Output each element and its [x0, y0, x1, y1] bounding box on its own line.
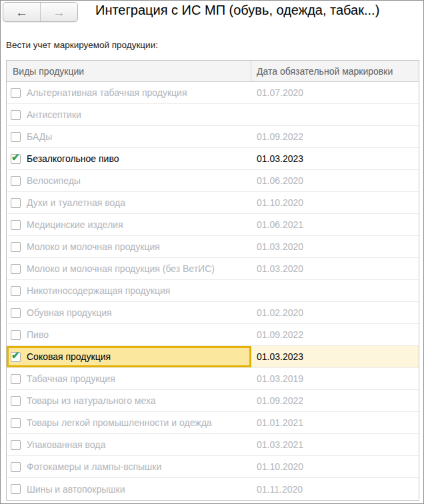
- checkmark-icon: ✔: [11, 350, 20, 360]
- product-checkbox[interactable]: [11, 176, 21, 186]
- product-cell: Медицинские изделия: [7, 214, 251, 235]
- product-name: Упакованная вода: [27, 439, 105, 450]
- table-row[interactable]: Пиво 01.09.2022: [7, 324, 419, 346]
- product-checkbox[interactable]: [11, 308, 21, 318]
- product-name: Антисептики: [27, 109, 81, 120]
- product-checkbox[interactable]: [11, 242, 21, 252]
- product-checkbox[interactable]: [11, 484, 21, 494]
- product-cell: Упакованная вода: [7, 434, 251, 455]
- table-row[interactable]: Антисептики: [7, 104, 419, 126]
- product-checkbox[interactable]: [11, 132, 21, 142]
- product-name: Медицинские изделия: [27, 219, 123, 230]
- product-name: Товары легкой промышленности и одежда: [27, 417, 212, 428]
- product-checkbox[interactable]: ✔: [11, 154, 21, 164]
- product-cell: Товары из натурального меха: [7, 390, 251, 411]
- product-cell: Антисептики: [7, 104, 251, 125]
- navigation-buttons: ← →: [3, 2, 78, 22]
- marking-date: 01.03.2019: [251, 368, 419, 389]
- product-name: Пиво: [27, 329, 49, 340]
- table-row[interactable]: Табачная продукция 01.03.2019: [7, 368, 419, 390]
- back-button[interactable]: ←: [3, 3, 41, 21]
- marking-date: 01.10.2020: [251, 192, 419, 213]
- product-checkbox[interactable]: [11, 374, 21, 384]
- forward-button[interactable]: →: [41, 3, 77, 21]
- table-row[interactable]: Шины и автопокрышки 01.11.2020: [7, 478, 419, 500]
- marking-date: 01.06.2020: [251, 170, 419, 191]
- product-name: Велосипеды: [27, 175, 81, 186]
- product-name: БАДы: [27, 131, 52, 142]
- product-cell: ✔ Безалкогольное пиво: [7, 148, 251, 169]
- product-checkbox[interactable]: [11, 220, 21, 230]
- table-row[interactable]: Духи и туалетная вода 01.10.2020: [7, 192, 419, 214]
- table-row[interactable]: Обувная продукция 01.02.2020: [7, 302, 419, 324]
- table-row[interactable]: Упакованная вода 01.03.2021: [7, 434, 419, 456]
- products-table: Виды продукции Дата обязательной маркиро…: [6, 60, 419, 501]
- marking-date: 01.03.2020: [251, 258, 419, 279]
- product-checkbox[interactable]: [11, 198, 21, 208]
- marking-date: 01.03.2021: [251, 434, 419, 455]
- product-cell: Товары легкой промышленности и одежда: [7, 412, 251, 433]
- table-header: Виды продукции Дата обязательной маркиро…: [7, 61, 419, 82]
- product-name: Табачная продукция: [27, 373, 115, 384]
- table-row[interactable]: Молоко и молочная продукция (без ВетИС) …: [7, 258, 419, 280]
- product-cell: Альтернативная табачная продукция: [7, 82, 251, 103]
- product-name: Никотиносодержащая продукция: [27, 285, 170, 296]
- marking-date: [251, 280, 419, 301]
- product-name: Молоко и молочная продукция: [27, 241, 160, 252]
- product-checkbox[interactable]: [11, 88, 21, 98]
- product-cell: БАДы: [7, 126, 251, 147]
- product-checkbox[interactable]: [11, 396, 21, 406]
- table-row[interactable]: Никотиносодержащая продукция: [7, 280, 419, 302]
- marking-date: 01.09.2022: [251, 126, 419, 147]
- table-row[interactable]: Медицинские изделия 01.06.2021: [7, 214, 419, 236]
- marking-date: 01.07.2020: [251, 82, 419, 103]
- product-checkbox[interactable]: [11, 110, 21, 120]
- product-cell: Велосипеды: [7, 170, 251, 191]
- intro-label: Вести учет маркируемой продукции:: [6, 40, 158, 50]
- table-row[interactable]: ✔ Соковая продукция 01.03.2023: [7, 346, 419, 368]
- product-checkbox[interactable]: ✔: [11, 352, 21, 362]
- product-checkbox[interactable]: [11, 286, 21, 296]
- marking-date: 01.03.2020: [251, 236, 419, 257]
- marking-date: 01.03.2023: [251, 346, 419, 367]
- table-row[interactable]: ✔ Безалкогольное пиво 01.03.2023: [7, 148, 419, 170]
- marking-date: 01.06.2021: [251, 214, 419, 235]
- product-cell: Пиво: [7, 324, 251, 345]
- product-name: Альтернативная табачная продукция: [27, 87, 187, 98]
- settings-window: ← → Интеграция с ИС МП (обувь, одежда, т…: [0, 0, 424, 504]
- table-row[interactable]: Молоко и молочная продукция 01.03.2020: [7, 236, 419, 258]
- marking-date: 01.10.2020: [251, 456, 419, 477]
- product-name: Шины и автопокрышки: [27, 484, 125, 495]
- product-name: Соковая продукция: [27, 351, 111, 362]
- table-row[interactable]: Фотокамеры и лампы-вспышки 01.10.2020: [7, 456, 419, 478]
- product-cell: ✔ Соковая продукция: [7, 346, 251, 367]
- product-checkbox[interactable]: [11, 330, 21, 340]
- product-name: Обувная продукция: [27, 307, 112, 318]
- product-checkbox[interactable]: [11, 462, 21, 472]
- table-row[interactable]: Товары из натурального меха 01.09.2022: [7, 390, 419, 412]
- marking-date: 01.01.2021: [251, 412, 419, 433]
- back-arrow-icon: ←: [15, 6, 28, 19]
- table-row[interactable]: Велосипеды 01.06.2020: [7, 170, 419, 192]
- table-row[interactable]: Товары легкой промышленности и одежда 01…: [7, 412, 419, 434]
- product-name: Фотокамеры и лампы-вспышки: [27, 461, 161, 472]
- table-row[interactable]: Альтернативная табачная продукция 01.07.…: [7, 82, 419, 104]
- product-checkbox[interactable]: [11, 418, 21, 428]
- table-row[interactable]: БАДы 01.09.2022: [7, 126, 419, 148]
- marking-date: 01.03.2023: [251, 148, 419, 169]
- column-header-product-types: Виды продукции: [7, 61, 251, 81]
- marking-date: 01.09.2022: [251, 324, 419, 345]
- forward-arrow-icon: →: [53, 6, 65, 19]
- product-name: Духи и туалетная вода: [27, 197, 125, 208]
- product-cell: Духи и туалетная вода: [7, 192, 251, 213]
- product-name: Молоко и молочная продукция (без ВетИС): [27, 263, 215, 274]
- marking-date: 01.09.2022: [251, 390, 419, 411]
- table-body: Альтернативная табачная продукция 01.07.…: [7, 82, 419, 500]
- product-name: Безалкогольное пиво: [27, 153, 119, 164]
- page-title: Интеграция с ИС МП (обувь, одежда, табак…: [95, 3, 379, 18]
- product-checkbox[interactable]: [11, 440, 21, 450]
- product-checkbox[interactable]: [11, 264, 21, 274]
- product-name: Товары из натурального меха: [27, 395, 156, 406]
- checkmark-icon: ✔: [11, 152, 20, 162]
- product-cell: Молоко и молочная продукция: [7, 236, 251, 257]
